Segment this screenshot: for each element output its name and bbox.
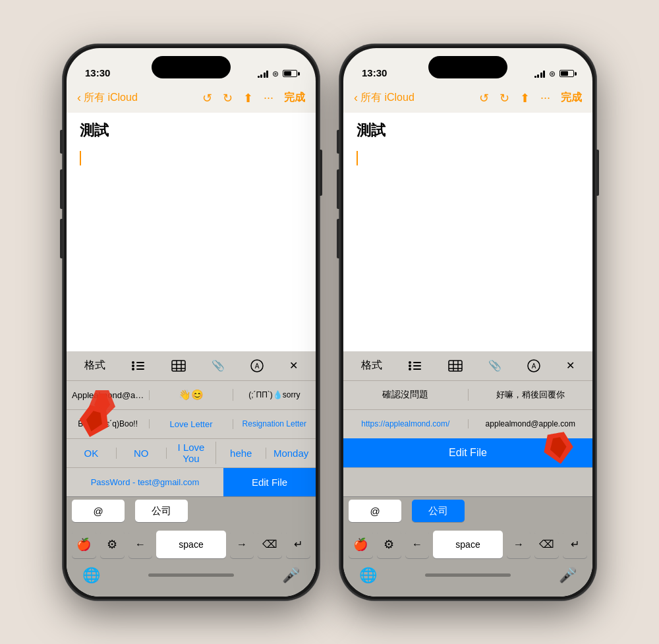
autocomplete-emoji-left[interactable]: 👋😊 (150, 389, 233, 401)
close-button-right[interactable]: ✕ (559, 355, 581, 376)
svg-point-15 (409, 361, 411, 364)
keyboard-row-main-left: 🍎 ⚙ ← space → ⌫ ↵ (69, 528, 313, 558)
suggestion-url-right[interactable]: https://applealmond.com/ (343, 419, 469, 428)
share-button-left[interactable]: ⬆ (243, 91, 253, 105)
bottom-bar-left: 🌐 🎤 (67, 561, 316, 597)
battery-icon-left (283, 70, 297, 77)
status-time-left: 13:30 (85, 67, 110, 78)
list-button-right[interactable] (401, 356, 429, 376)
svg-rect-16 (413, 362, 421, 363)
home-indicator-left (148, 573, 234, 577)
redo-button-right[interactable]: ↻ (500, 91, 509, 105)
svg-point-17 (409, 365, 411, 367)
suggestion-resignation-left[interactable]: Resignation Letter (233, 419, 316, 428)
markup-button-left[interactable]: A (244, 355, 270, 376)
key-delete-right[interactable]: ⌫ (534, 531, 559, 558)
autocomplete-sorry-left[interactable]: (;´ΠΠ`)💧sorry (233, 390, 316, 399)
undo-button-right[interactable]: ↺ (479, 91, 489, 105)
autocomplete-row1-right: 確認沒問題 好嘛，稍後回覆你 (343, 380, 592, 409)
key-settings-right[interactable]: ⚙ (377, 531, 401, 558)
more-button-left[interactable]: ··· (264, 91, 273, 105)
key-apple-left[interactable]: 🍎 (72, 531, 96, 558)
suggestion-ok-left[interactable]: OK (67, 448, 117, 459)
svg-rect-5 (136, 368, 144, 370)
key-arrow-left-left[interactable]: ← (129, 531, 153, 558)
left-phone: 13:30 ⊛ ‹ 所有 (63, 44, 320, 600)
suggestion-hehe-left[interactable]: hehe (216, 448, 266, 459)
wifi-icon-right: ⊛ (549, 69, 556, 78)
nav-actions-right: ↺ ↻ ⬆ ··· 完成 (479, 91, 582, 105)
back-button-right[interactable]: ‹ 所有 iCloud (354, 91, 415, 105)
markup-button-right[interactable]: A (521, 355, 547, 376)
suggestion-love-letter-left[interactable]: Love Letter (150, 419, 233, 429)
note-title-left: 測試 (80, 121, 302, 140)
attach-button-left[interactable]: 📎 (205, 355, 231, 376)
mic-button-right[interactable]: 🎤 (559, 567, 577, 584)
key-settings-left[interactable]: ⚙ (100, 531, 125, 558)
key-arrow-right-right[interactable]: → (507, 531, 531, 558)
text-cursor-left (80, 151, 81, 165)
left-phone-screen: 13:30 ⊛ ‹ 所有 (67, 48, 316, 597)
svg-point-19 (409, 368, 411, 370)
key-apple-right[interactable]: 🍎 (349, 531, 373, 558)
autocomplete-reply-right[interactable]: 好嘛，稍後回覆你 (469, 389, 593, 401)
key-space-left[interactable]: space (156, 531, 225, 558)
suggestion-email-right[interactable]: applealmond@apple.com (469, 419, 593, 428)
attach-button-right[interactable]: 📎 (482, 355, 508, 376)
keyboard-right: 🍎 ⚙ ← space → ⌫ ↵ (343, 525, 592, 561)
at-key-left[interactable]: @ (72, 500, 125, 522)
mic-button-left[interactable]: 🎤 (282, 567, 300, 584)
undo-button-left[interactable]: ↺ (202, 91, 212, 105)
suggestion-iloveyou-left[interactable]: I Love You (167, 442, 217, 464)
svg-text:A: A (531, 363, 536, 370)
dynamic-island-left (152, 56, 231, 78)
note-content-left[interactable]: 測試 (67, 113, 316, 351)
more-button-right[interactable]: ··· (540, 91, 550, 105)
right-phone-frame: 13:30 ⊛ ‹ 所有 (339, 44, 596, 600)
company-key-right[interactable]: 公司 (412, 500, 465, 522)
note-content-right[interactable]: 測試 (343, 113, 592, 351)
svg-rect-3 (136, 365, 144, 366)
key-delete-left[interactable]: ⌫ (258, 531, 282, 558)
format-button-right[interactable]: 格式 (355, 355, 389, 376)
globe-button-right[interactable]: 🌐 (359, 567, 377, 584)
share-button-right[interactable]: ⬆ (520, 91, 530, 105)
keyboard-row-main-right: 🍎 ⚙ ← space → ⌫ ↵ (346, 528, 590, 558)
format-button-left[interactable]: 格式 (78, 355, 112, 376)
svg-rect-18 (413, 365, 421, 366)
signal-icon-left (258, 70, 269, 78)
globe-button-left[interactable]: 🌐 (82, 567, 100, 584)
suggestion-monday-left[interactable]: Monday (266, 448, 316, 459)
edit-file-button-left[interactable]: Edit File (223, 468, 316, 496)
red-arrow-right (537, 426, 579, 471)
back-button-left[interactable]: ‹ 所有 iCloud (77, 91, 138, 105)
password-suggestion-left[interactable]: PassWord - test@gmail.com (67, 477, 223, 487)
company-key-left[interactable]: 公司 (135, 500, 188, 522)
status-icons-left: ⊛ (258, 69, 298, 78)
key-arrow-right-left[interactable]: → (230, 531, 254, 558)
done-button-left[interactable]: 完成 (284, 91, 305, 105)
chevron-left-icon-right: ‹ (354, 91, 358, 105)
back-label-right: 所有 iCloud (360, 91, 415, 105)
done-button-right[interactable]: 完成 (561, 91, 582, 105)
status-time-right: 13:30 (362, 67, 387, 78)
table-button-left[interactable] (165, 356, 192, 376)
close-button-left[interactable]: ✕ (283, 355, 304, 376)
at-key-right[interactable]: @ (349, 500, 401, 522)
key-return-right[interactable]: ↵ (563, 531, 587, 558)
right-phone: 13:30 ⊛ ‹ 所有 (339, 44, 596, 600)
table-button-right[interactable] (442, 356, 469, 376)
key-arrow-left-right[interactable]: ← (405, 531, 430, 558)
suggestion-no-left[interactable]: NO (117, 448, 167, 459)
dynamic-island-right (428, 56, 507, 78)
key-space-right[interactable]: space (433, 531, 502, 558)
key-return-left[interactable]: ↵ (286, 531, 310, 558)
battery-icon-right (559, 70, 574, 77)
autocomplete-confirm-right[interactable]: 確認沒問題 (343, 389, 469, 401)
list-button-left[interactable] (125, 356, 152, 376)
redo-button-left[interactable]: ↻ (223, 91, 233, 105)
chevron-left-icon-left: ‹ (77, 91, 81, 105)
home-indicator-right (425, 573, 511, 577)
special-row-left: PassWord - test@gmail.com Edit File (67, 467, 316, 496)
toolbar-left: 格式 (67, 351, 316, 380)
